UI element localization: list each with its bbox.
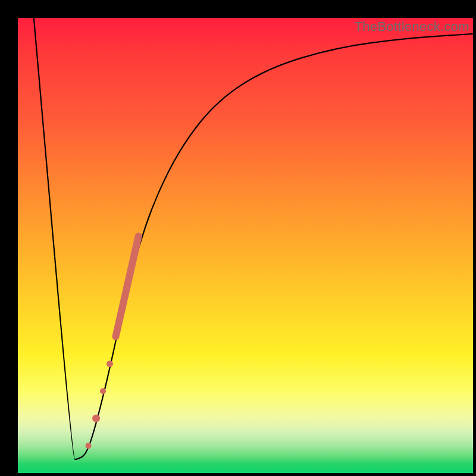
bottleneck-curve: [34, 18, 473, 459]
chart-svg: [18, 18, 473, 473]
marker-dot: [107, 361, 113, 367]
marker-dot: [100, 388, 106, 394]
marker-dot: [92, 415, 100, 422]
chart-frame: TheBottleneck.com: [0, 0, 476, 476]
plot-area: TheBottleneck.com: [18, 18, 473, 473]
marker-segment: [115, 236, 138, 336]
marker-group: [86, 236, 139, 449]
marker-dot: [86, 443, 92, 449]
curve-group: [34, 18, 473, 459]
